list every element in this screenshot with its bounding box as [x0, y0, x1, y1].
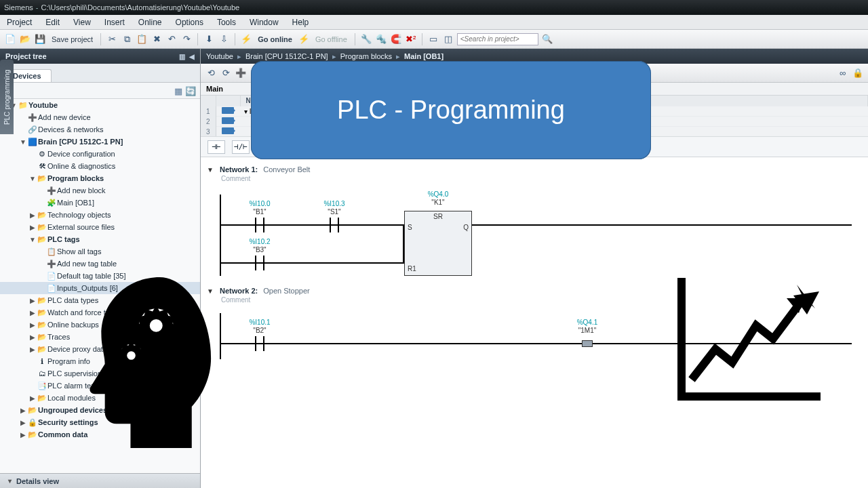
tool2-icon[interactable]: 🔩 — [375, 33, 387, 45]
menu-help[interactable]: Help — [285, 16, 316, 29]
side-tab-plc-programming[interactable]: PLC programming — [0, 60, 14, 134]
divider — [235, 33, 235, 45]
tool4-icon[interactable]: ✖² — [405, 33, 417, 45]
tree-item[interactable]: 📋Show all tags — [0, 245, 200, 258]
split-v-icon[interactable]: ◫ — [442, 33, 454, 45]
save-icon[interactable]: 💾 — [34, 33, 46, 45]
bc-0[interactable]: Youtube — [206, 52, 233, 60]
collapse-left-icon[interactable]: ◀ — [189, 53, 195, 60]
ed-tool1-icon[interactable]: ⟲ — [205, 67, 217, 79]
tree-item[interactable]: 🔗Devices & networks — [0, 123, 200, 136]
tree-item[interactable]: ▶📂Technology objects — [0, 209, 200, 221]
go-online-label[interactable]: Go online — [255, 35, 295, 43]
delete-icon[interactable]: ✖ — [151, 33, 163, 45]
redo-icon[interactable]: ↷ — [180, 33, 193, 45]
lad-nc-contact-icon[interactable]: ⊣/⊢ — [232, 140, 250, 154]
ed-tool2-icon[interactable]: ⟳ — [220, 67, 232, 79]
search-go-icon[interactable]: 🔍 — [541, 33, 553, 45]
network1-comment[interactable]: Comment — [221, 175, 868, 182]
io-chip-icon — [222, 127, 234, 134]
tree-item[interactable]: ▼📂Program blocks — [0, 172, 200, 184]
ed-toolR2-icon[interactable]: 🔒 — [852, 67, 864, 79]
pin-icon[interactable]: ▥ — [179, 53, 185, 60]
overlay-banner: PLC - Programming — [251, 61, 651, 159]
svg-point-2 — [150, 319, 163, 332]
contact-b3[interactable] — [254, 256, 266, 270]
tree-item[interactable]: ➕Add new block — [0, 184, 200, 197]
divider — [197, 33, 198, 45]
menu-view[interactable]: View — [66, 16, 98, 29]
tree-tool2-icon[interactable]: ▦ — [174, 86, 182, 96]
divider — [422, 33, 422, 45]
ed-toolR1-icon[interactable]: ∞ — [837, 67, 849, 79]
divider — [355, 33, 355, 45]
menu-project[interactable]: Project — [0, 16, 39, 29]
bc-1[interactable]: Brain [CPU 1512C-1 PN] — [245, 52, 328, 60]
tree-item[interactable]: 🧩Main [OB1] — [0, 197, 200, 209]
tree-item[interactable]: ➕Add new device — [0, 111, 200, 123]
go-offline-label: Go offline — [313, 35, 350, 43]
title-sep: - — [36, 3, 39, 12]
tree-item[interactable]: ▼📁Youtube — [0, 99, 200, 111]
menu-options[interactable]: Options — [169, 16, 210, 29]
tool1-icon[interactable]: 🔧 — [360, 33, 372, 45]
contact-b1[interactable] — [254, 218, 266, 232]
divider — [100, 33, 101, 45]
svg-point-3 — [127, 351, 136, 360]
chevron-down-icon: ▼ — [206, 166, 214, 174]
bc-2[interactable]: Program blocks — [340, 52, 392, 60]
network1-title: Conveyor Belt — [263, 165, 310, 174]
menu-edit[interactable]: Edit — [39, 16, 66, 29]
menu-window[interactable]: Window — [243, 16, 285, 29]
tree-tool3-icon[interactable]: 🔄 — [185, 86, 196, 96]
menu-tools[interactable]: Tools — [210, 16, 243, 29]
network1-header[interactable]: ▼ Network 1: Conveyor Belt — [206, 165, 868, 174]
name-b2: "B2" — [239, 327, 280, 334]
name-b1: "B1" — [239, 208, 280, 216]
sr-flipflop[interactable]: SR S Q R1 — [404, 211, 472, 276]
split-h-icon[interactable]: ▭ — [427, 33, 439, 45]
chevron-down-icon: ▾ — [5, 477, 14, 485]
undo-icon[interactable]: ↶ — [165, 33, 178, 45]
project-path: C:\Users\phili\Documents\Automatisierung… — [41, 3, 239, 12]
contact-s1[interactable] — [328, 218, 340, 232]
io-chip-icon — [222, 107, 234, 114]
main-toolbar: 📄 📂 💾 Save project ✂ ⧉ 📋 ✖ ↶ ↷ ⬇ ⇩ ⚡ Go … — [0, 30, 868, 49]
tool3-icon[interactable]: 🧲 — [390, 33, 402, 45]
tag-b2: %I10.1 — [239, 319, 280, 326]
menu-bar: Project Edit View Insert Online Options … — [0, 15, 868, 30]
go-online-icon[interactable]: ⚡ — [240, 33, 252, 45]
download-icon[interactable]: ⇩ — [218, 33, 230, 45]
coil-1m1[interactable] — [574, 339, 601, 348]
tree-toolbar: 🗂 ▦ 🔄 — [0, 83, 200, 99]
menu-insert[interactable]: Insert — [98, 16, 132, 29]
new-icon[interactable]: 📄 — [4, 33, 16, 45]
tree-item[interactable]: ▼📂PLC tags — [0, 233, 200, 245]
network1-rung[interactable]: %I10.0 "B1" %I10.3 "S1" %I10.2 "B3" SR S… — [220, 188, 868, 283]
io-chip-icon — [222, 117, 234, 124]
ed-tool3-icon[interactable]: ➕ — [235, 67, 247, 79]
details-view-label: Details view — [16, 477, 59, 485]
tag-s1: %I10.3 — [314, 200, 355, 207]
open-icon[interactable]: 📂 — [19, 33, 31, 45]
search-input[interactable] — [457, 33, 538, 45]
tree-item[interactable]: 🛠Online & diagnostics — [0, 160, 200, 172]
menu-online[interactable]: Online — [132, 16, 169, 29]
save-label[interactable]: Save project — [49, 35, 96, 43]
tree-tabs: Devices — [0, 64, 200, 83]
sr-q: Q — [463, 224, 469, 231]
paste-icon[interactable]: 📋 — [136, 33, 148, 45]
bc-3[interactable]: Main [OB1] — [404, 52, 443, 60]
details-view-header[interactable]: ▾ Details view — [0, 473, 200, 488]
growth-chart-icon — [671, 271, 827, 407]
contact-b2[interactable] — [254, 336, 266, 351]
tree-item[interactable]: ▼🟦Brain [CPU 1512C-1 PN] — [0, 136, 200, 148]
tree-item[interactable]: ▶📂External source files — [0, 221, 200, 233]
go-offline-icon[interactable]: ⚡ — [298, 33, 310, 45]
lad-no-contact-icon[interactable]: ⊣⊢ — [208, 140, 225, 154]
app-name: Siemens — [4, 3, 33, 12]
cut-icon[interactable]: ✂ — [106, 33, 118, 45]
copy-icon[interactable]: ⧉ — [121, 33, 133, 45]
compile-icon[interactable]: ⬇ — [203, 33, 215, 45]
tree-item[interactable]: ⚙Device configuration — [0, 148, 200, 160]
